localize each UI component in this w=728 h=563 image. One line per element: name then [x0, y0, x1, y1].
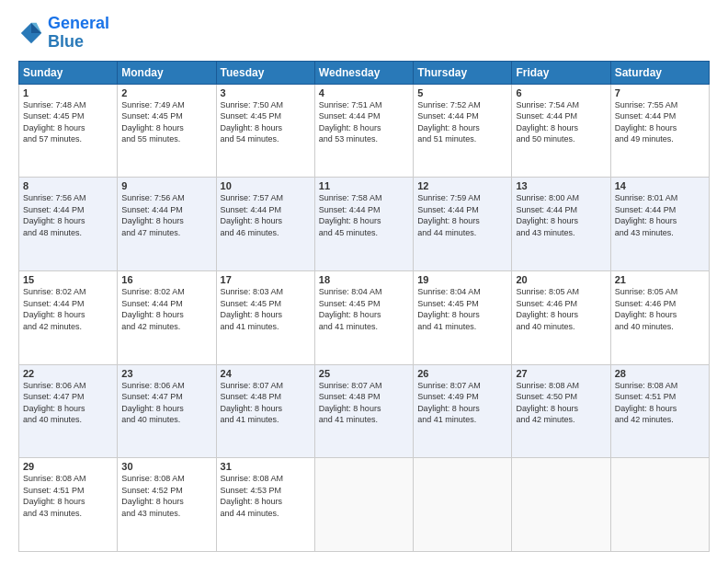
calendar-cell: 21 Sunrise: 8:05 AMSunset: 4:46 PMDaylig…: [610, 270, 709, 364]
page: General Blue SundayMondayTuesdayWednesda…: [0, 0, 728, 563]
calendar-cell: 18 Sunrise: 8:04 AMSunset: 4:45 PMDaylig…: [314, 270, 413, 364]
day-number: 2: [121, 87, 211, 98]
day-info: Sunrise: 8:07 AMSunset: 4:48 PMDaylight:…: [319, 380, 409, 426]
calendar-cell: 11 Sunrise: 7:58 AMSunset: 4:44 PMDaylig…: [314, 178, 413, 271]
day-info: Sunrise: 8:03 AMSunset: 4:45 PMDaylight:…: [221, 286, 311, 332]
day-info: Sunrise: 8:06 AMSunset: 4:47 PMDaylight:…: [23, 380, 113, 426]
calendar-cell: 30 Sunrise: 8:08 AMSunset: 4:52 PMDaylig…: [118, 458, 216, 552]
calendar-week-4: 22 Sunrise: 8:06 AMSunset: 4:47 PMDaylig…: [19, 364, 710, 458]
day-info: Sunrise: 8:07 AMSunset: 4:48 PMDaylight:…: [221, 380, 311, 426]
day-info: Sunrise: 8:05 AMSunset: 4:46 PMDaylight:…: [516, 286, 606, 332]
day-info: Sunrise: 8:08 AMSunset: 4:50 PMDaylight:…: [516, 380, 606, 426]
calendar-header-saturday: Saturday: [610, 61, 709, 84]
day-number: 31: [221, 461, 311, 472]
calendar-body: 1 Sunrise: 7:48 AMSunset: 4:45 PMDayligh…: [19, 84, 710, 551]
calendar-header-sunday: Sunday: [19, 61, 118, 84]
day-info: Sunrise: 8:02 AMSunset: 4:44 PMDaylight:…: [23, 286, 113, 332]
calendar-cell: [414, 458, 512, 552]
day-info: Sunrise: 7:54 AMSunset: 4:44 PMDaylight:…: [516, 99, 606, 145]
day-number: 25: [319, 368, 409, 379]
calendar-header-monday: Monday: [118, 61, 216, 84]
calendar-cell: 23 Sunrise: 8:06 AMSunset: 4:47 PMDaylig…: [118, 364, 216, 458]
calendar-cell: 3 Sunrise: 7:50 AMSunset: 4:45 PMDayligh…: [216, 84, 314, 178]
day-number: 1: [23, 87, 113, 98]
day-number: 4: [319, 87, 409, 98]
day-info: Sunrise: 7:58 AMSunset: 4:44 PMDaylight:…: [319, 192, 409, 238]
calendar-cell: 28 Sunrise: 8:08 AMSunset: 4:51 PMDaylig…: [610, 364, 709, 458]
day-info: Sunrise: 8:05 AMSunset: 4:46 PMDaylight:…: [615, 286, 705, 332]
day-number: 8: [23, 180, 113, 191]
calendar-cell: [512, 458, 610, 552]
day-number: 3: [221, 87, 311, 98]
calendar-cell: 13 Sunrise: 8:00 AMSunset: 4:44 PMDaylig…: [512, 178, 610, 271]
day-info: Sunrise: 8:01 AMSunset: 4:44 PMDaylight:…: [615, 192, 705, 238]
day-info: Sunrise: 7:49 AMSunset: 4:45 PMDaylight:…: [121, 99, 211, 145]
calendar-cell: 31 Sunrise: 8:08 AMSunset: 4:53 PMDaylig…: [216, 458, 314, 552]
calendar-header-thursday: Thursday: [414, 61, 512, 84]
logo: General Blue: [18, 15, 109, 52]
calendar-cell: 7 Sunrise: 7:55 AMSunset: 4:44 PMDayligh…: [610, 84, 709, 178]
day-info: Sunrise: 8:08 AMSunset: 4:51 PMDaylight:…: [615, 380, 705, 426]
day-number: 23: [121, 368, 211, 379]
day-info: Sunrise: 7:57 AMSunset: 4:44 PMDaylight:…: [221, 192, 311, 238]
calendar-cell: 19 Sunrise: 8:04 AMSunset: 4:45 PMDaylig…: [414, 270, 512, 364]
day-info: Sunrise: 7:48 AMSunset: 4:45 PMDaylight:…: [23, 99, 113, 145]
calendar-table: SundayMondayTuesdayWednesdayThursdayFrid…: [18, 61, 710, 552]
day-number: 19: [417, 274, 507, 285]
day-info: Sunrise: 8:02 AMSunset: 4:44 PMDaylight:…: [121, 286, 211, 332]
calendar-cell: 8 Sunrise: 7:56 AMSunset: 4:44 PMDayligh…: [19, 178, 118, 271]
day-number: 26: [417, 368, 507, 379]
calendar-cell: 14 Sunrise: 8:01 AMSunset: 4:44 PMDaylig…: [610, 178, 709, 271]
day-number: 10: [221, 180, 311, 191]
day-number: 28: [615, 368, 705, 379]
calendar-cell: 10 Sunrise: 7:57 AMSunset: 4:44 PMDaylig…: [216, 178, 314, 271]
day-number: 12: [417, 180, 507, 191]
day-number: 5: [417, 87, 507, 98]
day-info: Sunrise: 7:59 AMSunset: 4:44 PMDaylight:…: [417, 192, 507, 238]
day-number: 9: [121, 180, 211, 191]
day-info: Sunrise: 8:08 AMSunset: 4:52 PMDaylight:…: [121, 473, 211, 519]
calendar-cell: 27 Sunrise: 8:08 AMSunset: 4:50 PMDaylig…: [512, 364, 610, 458]
day-number: 20: [516, 274, 606, 285]
calendar-cell: 6 Sunrise: 7:54 AMSunset: 4:44 PMDayligh…: [512, 84, 610, 178]
day-number: 21: [615, 274, 705, 285]
day-info: Sunrise: 7:56 AMSunset: 4:44 PMDaylight:…: [121, 192, 211, 238]
logo-icon: [18, 20, 44, 46]
calendar-cell: 15 Sunrise: 8:02 AMSunset: 4:44 PMDaylig…: [19, 270, 118, 364]
day-info: Sunrise: 8:08 AMSunset: 4:53 PMDaylight:…: [221, 473, 311, 519]
calendar-cell: 26 Sunrise: 8:07 AMSunset: 4:49 PMDaylig…: [414, 364, 512, 458]
calendar-header-friday: Friday: [512, 61, 610, 84]
day-info: Sunrise: 8:04 AMSunset: 4:45 PMDaylight:…: [319, 286, 409, 332]
calendar-week-1: 1 Sunrise: 7:48 AMSunset: 4:45 PMDayligh…: [19, 84, 710, 178]
day-info: Sunrise: 7:56 AMSunset: 4:44 PMDaylight:…: [23, 192, 113, 238]
day-number: 13: [516, 180, 606, 191]
calendar-cell: 12 Sunrise: 7:59 AMSunset: 4:44 PMDaylig…: [414, 178, 512, 271]
calendar-cell: 24 Sunrise: 8:07 AMSunset: 4:48 PMDaylig…: [216, 364, 314, 458]
day-info: Sunrise: 8:07 AMSunset: 4:49 PMDaylight:…: [417, 380, 507, 426]
day-number: 7: [615, 87, 705, 98]
calendar-cell: 5 Sunrise: 7:52 AMSunset: 4:44 PMDayligh…: [414, 84, 512, 178]
logo-text: General Blue: [48, 15, 109, 52]
calendar-cell: 9 Sunrise: 7:56 AMSunset: 4:44 PMDayligh…: [118, 178, 216, 271]
day-number: 22: [23, 368, 113, 379]
day-info: Sunrise: 8:06 AMSunset: 4:47 PMDaylight:…: [121, 380, 211, 426]
calendar-cell: 20 Sunrise: 8:05 AMSunset: 4:46 PMDaylig…: [512, 270, 610, 364]
header: General Blue: [18, 15, 710, 52]
calendar-week-2: 8 Sunrise: 7:56 AMSunset: 4:44 PMDayligh…: [19, 178, 710, 271]
calendar-header-tuesday: Tuesday: [216, 61, 314, 84]
calendar-cell: 16 Sunrise: 8:02 AMSunset: 4:44 PMDaylig…: [118, 270, 216, 364]
day-number: 15: [23, 274, 113, 285]
day-info: Sunrise: 8:04 AMSunset: 4:45 PMDaylight:…: [417, 286, 507, 332]
calendar-cell: 17 Sunrise: 8:03 AMSunset: 4:45 PMDaylig…: [216, 270, 314, 364]
calendar-cell: 2 Sunrise: 7:49 AMSunset: 4:45 PMDayligh…: [118, 84, 216, 178]
calendar-cell: 1 Sunrise: 7:48 AMSunset: 4:45 PMDayligh…: [19, 84, 118, 178]
calendar-cell: 29 Sunrise: 8:08 AMSunset: 4:51 PMDaylig…: [19, 458, 118, 552]
calendar-week-3: 15 Sunrise: 8:02 AMSunset: 4:44 PMDaylig…: [19, 270, 710, 364]
day-number: 6: [516, 87, 606, 98]
calendar-cell: [314, 458, 413, 552]
day-number: 24: [221, 368, 311, 379]
day-number: 14: [615, 180, 705, 191]
calendar-cell: 4 Sunrise: 7:51 AMSunset: 4:44 PMDayligh…: [314, 84, 413, 178]
day-info: Sunrise: 7:52 AMSunset: 4:44 PMDaylight:…: [417, 99, 507, 145]
day-info: Sunrise: 7:51 AMSunset: 4:44 PMDaylight:…: [319, 99, 409, 145]
